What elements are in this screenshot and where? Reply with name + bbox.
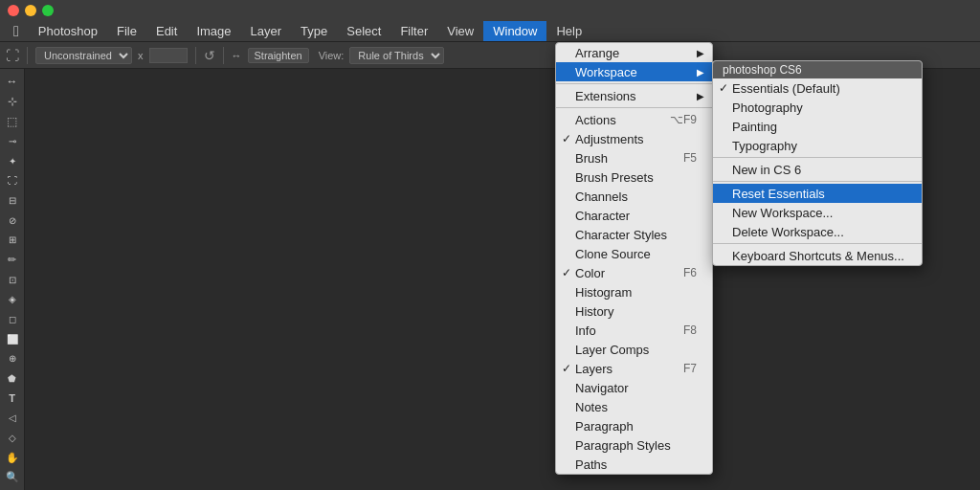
x-label: x <box>138 50 144 61</box>
dodge-tool-btn[interactable]: ⊕ <box>2 349 23 368</box>
eraser-tool-btn[interactable]: ◻ <box>2 310 23 328</box>
close-button[interactable] <box>8 5 19 16</box>
refresh-icon: ↺ <box>204 48 215 63</box>
quick-select-tool-btn[interactable]: ✦ <box>2 152 23 170</box>
eyedropper-tool-btn[interactable]: ⊘ <box>2 212 23 230</box>
menu-item-notes[interactable]: Notes <box>556 397 712 416</box>
workspace-essentials[interactable]: ✓ Essentials (Default) <box>713 78 922 98</box>
menu-type[interactable]: Type <box>291 21 337 41</box>
menu-item-navigator[interactable]: Navigator <box>556 378 712 397</box>
menu-layer[interactable]: Layer <box>241 21 292 41</box>
menu-window[interactable]: Window <box>483 21 546 41</box>
straighten-button[interactable]: Straighten <box>248 48 309 63</box>
toolbar-separator-3 <box>223 47 224 64</box>
window-menu-dropdown[interactable]: Arrange ▶ Workspace ▶ Extensions ▶ Actio… <box>555 42 713 475</box>
menu-item-character[interactable]: Character <box>556 206 712 225</box>
menu-item-paths[interactable]: Paths <box>556 455 712 474</box>
menu-item-histogram[interactable]: Histogram <box>556 282 712 301</box>
title-bar <box>0 0 980 21</box>
menu-item-history[interactable]: History <box>556 301 712 321</box>
width-input[interactable] <box>149 48 188 63</box>
workspace-submenu[interactable]: photoshop CS6 ✓ Essentials (Default) Pho… <box>712 60 923 266</box>
navigator-label: Navigator <box>575 381 629 395</box>
move-tool-btn[interactable]: ↔ <box>2 73 23 91</box>
marquee-tool-btn[interactable]: ⬚ <box>2 112 23 130</box>
menu-filter[interactable]: Filter <box>390 21 437 41</box>
menu-item-channels[interactable]: Channels <box>556 187 712 206</box>
lasso-tool-btn[interactable]: ⊸ <box>2 132 23 150</box>
menu-item-info[interactable]: Info F8 <box>556 321 712 340</box>
crop-tool-icon: ⛶ <box>6 48 19 63</box>
workspace-new[interactable]: New Workspace... <box>713 203 922 222</box>
workspace-painting[interactable]: Painting <box>713 117 922 136</box>
view-select[interactable]: Rule of Thirds <box>349 47 444 64</box>
healing-tool-btn[interactable]: ⊞ <box>2 231 23 249</box>
menu-image[interactable]: Image <box>187 21 240 41</box>
character-styles-label: Character Styles <box>575 228 667 242</box>
apple-menu-item[interactable]:  <box>4 21 29 41</box>
menu-item-paragraph[interactable]: Paragraph <box>556 416 712 435</box>
menu-view[interactable]: View <box>437 21 483 41</box>
adjustments-label: Adjustments <box>575 132 644 146</box>
pen-tool-btn[interactable]: ⬟ <box>2 369 23 388</box>
menu-item-clone-source[interactable]: Clone Source <box>556 244 712 263</box>
menu-photoshop[interactable]: Photoshop <box>29 21 107 41</box>
actions-label: Actions <box>575 113 616 127</box>
menu-help[interactable]: Help <box>546 21 591 41</box>
reset-essentials-label: Reset Essentials <box>732 187 825 201</box>
menu-item-extensions[interactable]: Extensions ▶ <box>556 86 712 105</box>
gradient-tool-btn[interactable]: ⬜ <box>2 330 23 348</box>
px-icon: ↔ <box>232 50 242 61</box>
workspace-photography[interactable]: Photography <box>713 98 922 117</box>
workspace-new-cs6[interactable]: New in CS 6 <box>713 160 922 179</box>
constraint-select[interactable]: Unconstrained <box>35 47 132 64</box>
history-brush-btn[interactable]: ◈ <box>2 290 23 308</box>
menu-item-color[interactable]: ✓ Color F6 <box>556 263 712 282</box>
menu-item-adjustments[interactable]: ✓ Adjustments <box>556 129 712 148</box>
menu-item-layers[interactable]: ✓ Layers F7 <box>556 359 712 378</box>
separator-1 <box>556 83 712 84</box>
minimize-button[interactable] <box>25 5 36 16</box>
slice-tool-btn[interactable]: ⊟ <box>2 191 23 210</box>
workspace-typography[interactable]: Typography <box>713 136 922 155</box>
essentials-check-icon: ✓ <box>719 81 728 95</box>
menu-edit[interactable]: Edit <box>146 21 187 41</box>
menu-item-arrange[interactable]: Arrange ▶ <box>556 43 712 62</box>
artboard-tool-btn[interactable]: ⊹ <box>2 93 23 111</box>
path-select-btn[interactable]: ◁ <box>2 409 23 427</box>
extensions-arrow-icon: ▶ <box>697 91 704 101</box>
brush-presets-label: Brush Presets <box>575 170 654 185</box>
notes-label: Notes <box>575 400 608 414</box>
workspace-delete[interactable]: Delete Workspace... <box>713 222 922 241</box>
maximize-button[interactable] <box>42 5 54 16</box>
tool-icon-area: ⛶ <box>6 48 19 63</box>
submenu-separator-1 <box>713 157 922 158</box>
typography-label: Typography <box>732 139 797 153</box>
menu-item-character-styles[interactable]: Character Styles <box>556 225 712 244</box>
menu-item-paragraph-styles[interactable]: Paragraph Styles <box>556 435 712 455</box>
brush-tool-btn[interactable]: ✏ <box>2 251 23 269</box>
menu-item-workspace[interactable]: Workspace ▶ <box>556 62 712 81</box>
toolbar-separator-2 <box>195 47 196 64</box>
hand-tool-btn[interactable]: ✋ <box>2 449 23 467</box>
menu-item-layer-comps[interactable]: Layer Comps <box>556 340 712 359</box>
brush-shortcut: F5 <box>668 151 697 165</box>
menu-item-brush[interactable]: Brush F5 <box>556 148 712 167</box>
crop-tool-btn[interactable]: ⛶ <box>2 171 23 189</box>
paragraph-styles-label: Paragraph Styles <box>575 438 671 453</box>
menu-select[interactable]: Select <box>337 21 390 41</box>
zoom-tool-btn[interactable]: 🔍 <box>2 468 23 486</box>
type-tool-btn[interactable]: T <box>2 390 23 408</box>
shape-tool-btn[interactable]: ◇ <box>2 429 23 447</box>
toolbar-separator-1 <box>27 47 28 64</box>
workspace-reset-essentials[interactable]: Reset Essentials <box>713 184 922 203</box>
stamp-tool-btn[interactable]: ⊡ <box>2 271 23 289</box>
menu-file[interactable]: File <box>107 21 146 41</box>
info-shortcut: F8 <box>668 323 697 337</box>
keyboard-shortcuts-label: Keyboard Shortcuts & Menus... <box>732 249 904 263</box>
submenu-separator-2 <box>713 181 922 182</box>
menu-item-actions[interactable]: Actions ⌥F9 <box>556 110 712 129</box>
paths-label: Paths <box>575 457 607 472</box>
workspace-keyboard-shortcuts[interactable]: Keyboard Shortcuts & Menus... <box>713 246 922 265</box>
menu-item-brush-presets[interactable]: Brush Presets <box>556 167 712 187</box>
